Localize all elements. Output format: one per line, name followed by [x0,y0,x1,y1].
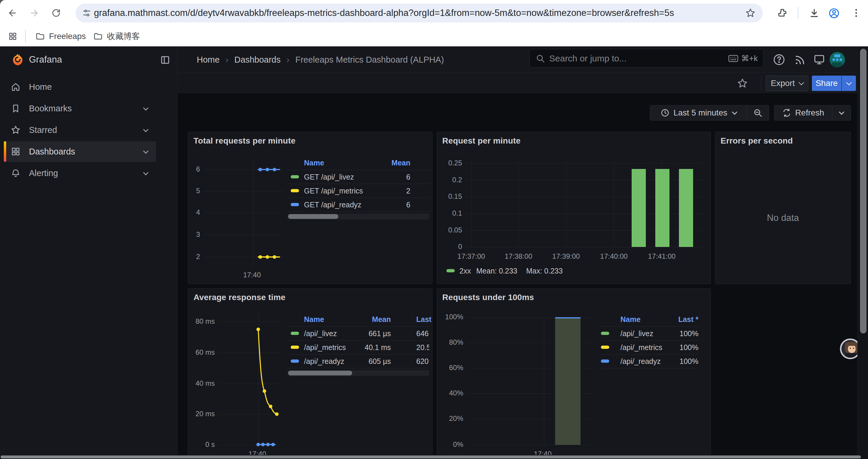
vertical-scrollbar[interactable] [857,46,868,455]
legend-value: 6 [375,201,410,209]
bar [632,169,646,247]
legend-series-name[interactable]: GET /api/_metrics [304,187,363,195]
legend-series-name[interactable]: /api/_metrics [620,343,662,352]
legend-header[interactable]: Mean [375,159,410,167]
legend-value: 2 [375,187,410,195]
panel-title[interactable]: Requests under 100ms [442,293,534,302]
refresh-picker[interactable]: Refresh [774,105,851,121]
forward-icon[interactable] [29,8,39,18]
bookmark-star-icon[interactable] [745,8,756,18]
series-point [258,168,262,171]
url-bar[interactable]: grafana.mathmast.com/d/deytv4rwavabkb/fr… [75,4,763,23]
reload-icon[interactable] [51,8,61,18]
legend-series-name[interactable]: GET /api/_readyz [304,201,361,209]
legend-series-name[interactable]: GET /api/_livez [304,173,354,182]
legend-series-name[interactable]: /api/_readyz [304,357,344,366]
legend-value: 661 µs [355,329,391,338]
panel-title[interactable]: Total requests per minute [193,136,296,145]
breadcrumb-dashboards[interactable]: Dashboards [234,55,280,65]
news-rss-icon[interactable] [794,54,806,66]
legend-scrollbar-thumb[interactable] [288,371,352,375]
refresh-interval-button[interactable] [832,105,850,120]
panel-title[interactable]: Request per minute [442,136,521,145]
bar [655,169,670,247]
scrollbar-thumb[interactable] [860,49,867,333]
share-dropdown-button[interactable] [842,76,856,91]
legend-series-name[interactable]: /api/_livez [620,329,653,338]
bar [679,169,693,247]
legend-series-name[interactable]: /api/_metrics [304,343,346,352]
scrollbar-thumb[interactable] [1,455,861,458]
gridline-h [203,235,283,235]
screen: grafana.mathmast.com/d/deytv4rwavabkb/fr… [0,0,868,459]
legend-series-name[interactable]: /api/_livez [304,329,337,338]
menu-dots-icon[interactable] [851,8,862,18]
breadcrumb-home[interactable]: Home [197,55,219,65]
brand-name[interactable]: Grafana [29,46,62,73]
legend-header[interactable]: Last * [416,315,433,324]
y-tick-label: 80% [438,338,463,347]
legend-series-name[interactable]: 2xx [459,267,471,275]
zoom-out-button[interactable] [747,105,769,120]
legend-header[interactable]: Name [304,315,324,324]
grafana-logo[interactable] [11,53,24,66]
site-settings-icon[interactable] [82,8,92,18]
legend-header[interactable]: Name [620,315,641,324]
search-input[interactable]: Search or jump to... ⌘+k [529,49,764,68]
back-icon[interactable] [7,8,18,18]
bookmark-folder-blogs[interactable]: 收藏博客 [93,26,140,46]
gridline-h [203,191,283,191]
profile-icon[interactable] [829,8,840,19]
y-tick-label: 0.25 [438,159,462,167]
user-avatar[interactable] [830,52,845,67]
legend-separator [287,198,429,198]
series-color-dash [291,346,299,349]
bar-cap-line [555,317,581,319]
dashboards-icon [11,146,21,157]
panel-title[interactable]: Errors per second [720,136,793,145]
sidebar-item-alerting[interactable]: Alerting [4,163,156,184]
sidebar-item-home[interactable]: Home [4,76,156,97]
legend-series-name[interactable]: /api/_readyz [620,357,660,366]
export-button[interactable]: Export [766,76,808,91]
help-icon[interactable] [773,54,785,66]
share-button[interactable]: Share [812,76,841,91]
apps-grid-icon[interactable] [8,32,18,41]
legend-value: 40.1 ms [355,343,391,352]
clock-icon [660,108,670,117]
gridline-v [566,162,566,247]
gridline-h [466,163,704,164]
bookmark-folder-freeleaps[interactable]: Freeleaps [35,26,86,46]
legend-scrollbar-thumb[interactable] [288,214,338,219]
extensions-icon[interactable] [777,8,788,18]
horizontal-scrollbar[interactable] [0,455,868,459]
legend-header[interactable]: Mean [355,315,391,324]
x-tick-label: 17:39:00 [548,252,584,261]
sidebar-item-bookmarks[interactable]: Bookmarks [4,98,156,119]
y-tick-label: 3 [189,230,200,239]
legend-header[interactable]: Name [304,159,324,167]
legend-value: 100% [663,343,699,352]
legend-scrollbar[interactable] [287,370,429,376]
url-text[interactable]: grafana.mathmast.com/d/deytv4rwavabkb/fr… [94,4,674,23]
series-point [266,443,270,446]
legend-stat-max: Max: 0.233 [526,267,563,275]
time-range-button[interactable]: Last 5 minutes [650,105,747,120]
series-color-dash [291,332,299,335]
x-tick-label: 17:41:00 [644,252,680,261]
download-icon[interactable] [809,8,819,18]
favorite-star-icon[interactable] [737,78,748,89]
time-range-picker[interactable]: Last 5 minutes [650,105,769,121]
series-point [273,255,276,259]
y-tick-label: 4 [189,208,200,217]
y-tick-label: 0.2 [438,176,462,184]
legend-header[interactable]: Last * [663,315,699,324]
sidebar-item-dashboards[interactable]: Dashboards [4,141,156,162]
sidebar-item-starred[interactable]: Starred [4,120,156,140]
legend-scrollbar[interactable] [287,214,429,220]
refresh-button[interactable]: Refresh [774,105,832,120]
series-point [271,443,275,446]
display-icon[interactable] [813,54,826,66]
sidebar-item-label: Dashboards [29,147,75,157]
sidebar-toggle-icon[interactable] [160,55,170,65]
